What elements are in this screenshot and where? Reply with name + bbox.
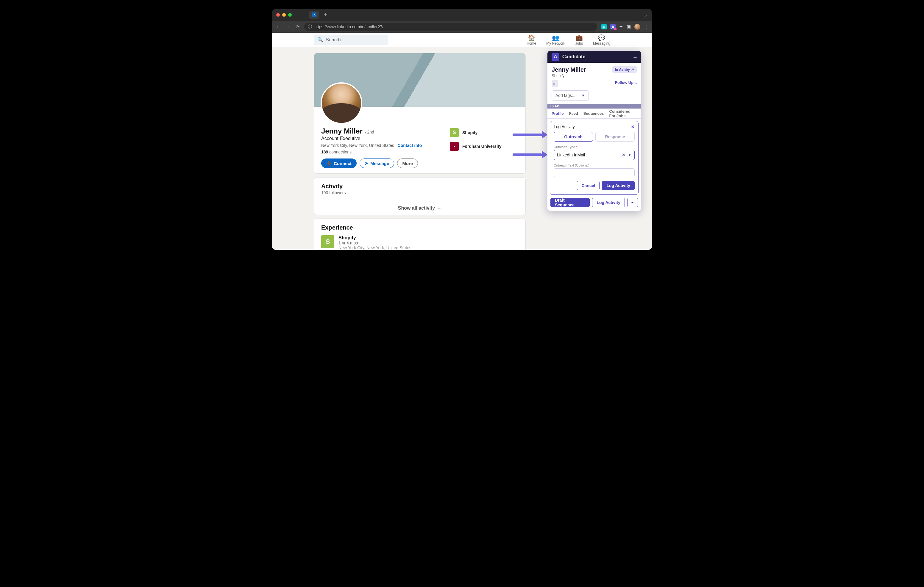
forward-icon: → [285, 24, 290, 30]
follow-up-link[interactable]: Follow Up... [615, 80, 637, 85]
experience-location: New York City, New York, United States [338, 245, 411, 250]
jobs-icon: 💼 [576, 34, 583, 41]
ashby-tabs: Profile Feed Sequences Considered For Jo… [548, 109, 641, 118]
show-all-activity-button[interactable]: Show all activity → [314, 201, 525, 215]
extension-icon-1[interactable]: ◈ [601, 24, 607, 30]
footer-more-button[interactable]: ⋯ [627, 198, 638, 207]
linkedin-favicon-icon: in [312, 13, 317, 17]
shopify-logo-icon: S [321, 235, 334, 248]
add-tags-dropdown[interactable]: Add tags... ▼ [552, 90, 589, 100]
affiliation-shopify[interactable]: S Shopify [450, 128, 518, 137]
home-icon: 🏠 [528, 34, 535, 41]
network-icon: 👥 [552, 34, 559, 41]
draft-sequence-button[interactable]: Draft Sequence [550, 198, 590, 207]
connections-count: 189 [321, 150, 328, 155]
outreach-response-toggle: Outreach Response [554, 132, 635, 141]
new-tab-button[interactable]: + [322, 12, 330, 18]
site-info-icon[interactable]: ⓘ [308, 24, 312, 30]
reload-icon[interactable]: ⟳ [295, 24, 300, 30]
minimize-panel-icon[interactable]: – [634, 54, 637, 60]
linkedin-top-nav: 🔍 Search 🏠 Home 👥 My Network 💼 Jobs 💬 [272, 33, 652, 47]
profile-name-row: Jenny Miller · 2nd [321, 127, 450, 135]
tab-considered[interactable]: Considered For Jobs [609, 109, 637, 118]
footer-log-activity-button[interactable]: Log Activity [592, 198, 625, 207]
segment-outreach[interactable]: Outreach [554, 132, 593, 141]
clear-selection-icon[interactable]: ✕ [622, 153, 625, 157]
ashby-footer: Draft Sequence Log Activity ⋯ [548, 195, 641, 211]
connect-button[interactable]: ➕ Connect [321, 158, 356, 168]
ashby-panel-title: Candidate [562, 54, 585, 59]
close-window-icon[interactable] [276, 13, 280, 16]
profile-name: Jenny Miller [321, 127, 363, 135]
shopify-logo-icon: S [450, 128, 459, 137]
chevron-down-icon[interactable]: ▼ [628, 153, 631, 157]
browser-tab-linkedin[interactable]: in [309, 11, 319, 19]
annotation-arrow-2 [513, 152, 548, 157]
minimize-window-icon[interactable] [282, 13, 286, 16]
activity-followers: 190 followers [321, 190, 518, 195]
connections-row[interactable]: 189 connections [321, 150, 450, 155]
maximize-window-icon[interactable] [288, 13, 292, 16]
main-column: Jenny Miller · 2nd Account Executive New… [314, 53, 526, 250]
candidate-name: Jenny Miller [552, 66, 586, 73]
profile-photo[interactable] [321, 82, 362, 124]
ashby-extension-icon[interactable]: A [610, 24, 615, 30]
cover-image [314, 53, 525, 107]
tab-profile[interactable]: Profile [552, 111, 564, 116]
send-icon: ➤ [365, 161, 368, 166]
page-content: 🔍 Search 🏠 Home 👥 My Network 💼 Jobs 💬 [272, 33, 652, 250]
profile-avatar-icon[interactable] [634, 24, 640, 30]
candidate-company: Shopify [552, 74, 586, 78]
connection-degree: · 2nd [365, 130, 374, 135]
browser-window: in + ⌄ ← → ⟳ ⓘ https://www.linkedin.com/… [272, 9, 652, 250]
tab-sequences[interactable]: Sequences [584, 111, 604, 116]
ashby-panel: A Candidate – Jenny Miller Shopify In As… [547, 51, 641, 211]
message-button[interactable]: ➤ Message [360, 158, 394, 168]
search-icon: 🔍 [317, 37, 323, 43]
outreach-type-value: LinkedIn InMail [557, 153, 585, 157]
search-input[interactable]: 🔍 Search [314, 35, 388, 45]
more-button[interactable]: More [397, 158, 418, 168]
profile-location-row: New York City, New York, United States ·… [321, 143, 450, 148]
experience-heading: Experience [321, 224, 518, 231]
outreach-text-label: Outreach Text (Optional) [554, 164, 635, 167]
tabs-overflow-icon[interactable]: ⌄ [644, 12, 648, 18]
browser-menu-icon[interactable]: ⋮ [644, 24, 648, 30]
back-icon[interactable]: ← [276, 24, 281, 30]
profile-location: New York City, New York, United States · [321, 143, 396, 148]
experience-item[interactable]: S Shopify 1 yr 4 mos New York City, New … [321, 235, 518, 250]
segment-response[interactable]: Response [596, 132, 635, 141]
outreach-text-input[interactable] [554, 168, 635, 177]
extensions-puzzle-icon[interactable]: ✦ [619, 24, 623, 30]
in-ashby-badge[interactable]: In Ashby ↗ [612, 66, 637, 73]
nav-jobs[interactable]: 💼 Jobs [576, 34, 583, 46]
activity-card: Activity 190 followers Show all activity… [314, 177, 526, 215]
profile-card: Jenny Miller · 2nd Account Executive New… [314, 53, 526, 174]
nav-network[interactable]: 👥 My Network [546, 34, 565, 46]
profile-headline: Account Executive [321, 136, 450, 141]
activity-heading: Activity [321, 183, 518, 190]
connect-icon: ➕ [326, 161, 332, 166]
experience-duration: 1 yr 4 mos [338, 240, 411, 245]
log-activity-button[interactable]: Log Activity [602, 181, 635, 190]
url-bar[interactable]: ⓘ https://www.linkedin.com/in/j.miller27… [304, 23, 597, 31]
affiliation-fordham[interactable]: F Fordham University [450, 142, 518, 151]
tab-strip: in + ⌄ [272, 9, 652, 21]
messaging-icon: 💬 [598, 34, 605, 41]
search-placeholder: Search [326, 37, 341, 43]
nav-home[interactable]: 🏠 Home [526, 34, 536, 46]
connections-label: connections [329, 150, 351, 155]
close-log-panel-icon[interactable]: ✕ [631, 124, 635, 129]
outreach-type-select[interactable]: LinkedIn InMail ✕ ▼ [554, 150, 635, 160]
tab-feed[interactable]: Feed [569, 111, 578, 116]
nav-messaging[interactable]: 💬 Messaging [593, 34, 610, 46]
chevron-down-icon: ▼ [581, 94, 585, 97]
cancel-button[interactable]: Cancel [577, 181, 599, 190]
linkedin-chip-icon[interactable]: in [552, 80, 558, 87]
experience-company: Shopify [338, 235, 411, 240]
annotation-arrow-1 [513, 132, 548, 137]
panel-toggle-icon[interactable]: ▣ [627, 24, 631, 30]
contact-info-link[interactable]: Contact info [398, 143, 422, 148]
log-activity-title: Log Activity [554, 124, 575, 129]
url-text: https://www.linkedin.com/in/j.miller27/ [314, 25, 383, 29]
